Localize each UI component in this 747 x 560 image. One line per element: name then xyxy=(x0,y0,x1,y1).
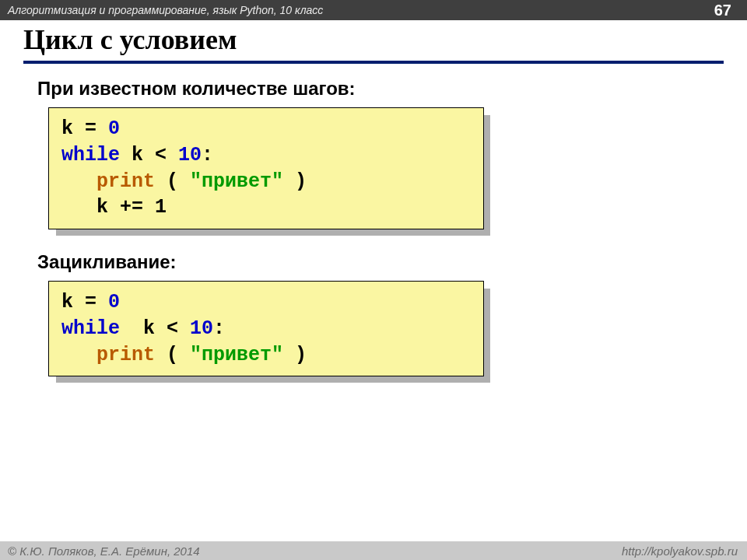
code-token: : xyxy=(202,144,213,166)
code-block-known: k = 0 while k < 10: print ( "привет" ) k… xyxy=(48,107,484,229)
code-token: 0 xyxy=(108,291,120,313)
course-label: Алгоритмизация и программирование, язык … xyxy=(8,4,323,16)
slide-title: Цикл с условием xyxy=(23,23,724,64)
code-token: ( xyxy=(155,170,190,193)
code-token: 0 xyxy=(108,117,120,140)
code-token: k xyxy=(120,144,143,166)
code-token: k xyxy=(61,117,73,140)
code-token: print xyxy=(96,170,155,193)
code-token: k xyxy=(120,317,155,340)
page-number: 67 xyxy=(714,2,731,19)
heading-infinite: Зацикливание: xyxy=(37,251,724,273)
code-token: 10 xyxy=(190,317,213,340)
code-token: "привет" xyxy=(190,170,283,193)
code-token: print xyxy=(96,344,155,366)
code-inner-known: k = 0 while k < 10: print ( "привет" ) k… xyxy=(48,107,484,229)
code-token: = xyxy=(73,291,108,313)
code-block-infinite: k = 0 while k < 10: print ( "привет" ) xyxy=(48,281,484,376)
header-bar: Алгоритмизация и программирование, язык … xyxy=(0,0,747,20)
code-token: ( xyxy=(155,344,190,366)
code-token: while xyxy=(61,144,120,166)
code-token: "привет" xyxy=(190,344,283,366)
slide-content: Цикл с условием При известном количестве… xyxy=(23,23,724,376)
code-token: < xyxy=(143,144,178,166)
code-token: ) xyxy=(283,170,307,193)
code-inner-infinite: k = 0 while k < 10: print ( "привет" ) xyxy=(48,281,484,376)
code-token: : xyxy=(213,317,225,340)
code-token: 10 xyxy=(178,144,202,166)
code-token xyxy=(61,170,96,193)
code-token: k xyxy=(61,291,73,313)
code-token: while xyxy=(61,317,120,340)
code-token: < xyxy=(155,317,190,340)
heading-known-steps: При известном количестве шагов: xyxy=(37,78,724,100)
code-token: = xyxy=(73,117,108,140)
code-token xyxy=(61,344,96,366)
footer-bar: © К.Ю. Поляков, Е.А. Ерёмин, 2014 http:/… xyxy=(0,541,747,560)
copyright: © К.Ю. Поляков, Е.А. Ерёмин, 2014 xyxy=(8,544,200,558)
footer-url: http://kpolyakov.spb.ru xyxy=(622,544,738,558)
code-token: k += 1 xyxy=(96,196,167,219)
code-token: ) xyxy=(283,344,307,366)
code-token xyxy=(61,196,96,219)
